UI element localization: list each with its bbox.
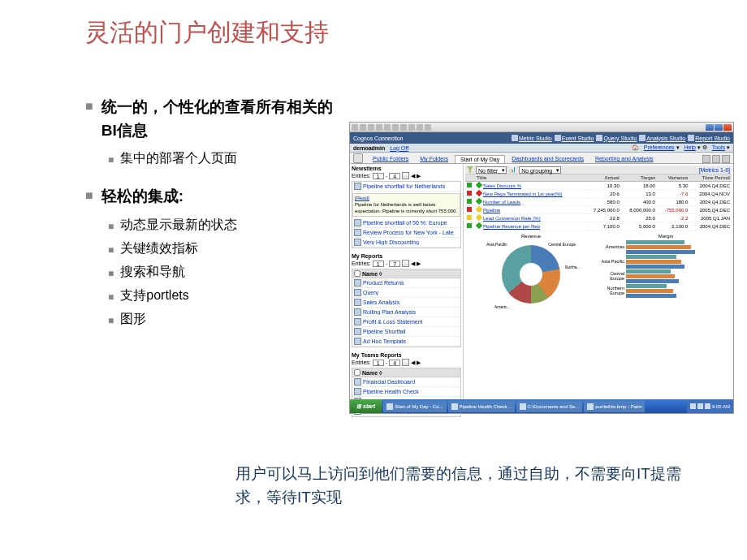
column-header[interactable]: Name ◊ [352, 368, 460, 377]
filter-icon[interactable] [467, 166, 473, 173]
select-all-checkbox[interactable] [354, 369, 361, 376]
history-icon[interactable] [408, 124, 415, 131]
stop-icon[interactable] [368, 124, 374, 131]
newsitem-row[interactable]: Very High Discounting [352, 238, 460, 248]
metrics-count: [Metrics 1-6] [698, 167, 730, 173]
tab-public-folders[interactable]: Public Folders [368, 155, 413, 163]
kpi-header[interactable]: Target [621, 174, 657, 182]
prev-page-icon[interactable]: ◀ [411, 360, 415, 366]
kpi-header[interactable]: Variance [657, 174, 689, 182]
tab-start-of-my-day[interactable]: Start of My Day [455, 155, 505, 163]
page-edit-icon[interactable] [712, 155, 720, 163]
read-link[interactable]: [Read] [355, 196, 369, 200]
mail-icon[interactable] [417, 124, 423, 131]
tab-home-icon[interactable] [353, 153, 363, 163]
clock: 9:05 AM [712, 404, 730, 409]
kpi-header[interactable]: Title [475, 174, 585, 182]
help-link[interactable]: Help [684, 144, 695, 150]
kpi-link[interactable]: Pipeline [483, 208, 500, 213]
filter-select[interactable]: No filter [476, 166, 507, 174]
group-icon[interactable]: 📊 [509, 166, 516, 173]
prev-page-icon[interactable]: ◀ [411, 261, 415, 267]
tray-icon[interactable] [697, 403, 703, 409]
go-button[interactable] [402, 260, 409, 267]
studio-link[interactable]: Metric Studio [512, 135, 552, 141]
studio-link[interactable]: Query Studio [596, 135, 637, 141]
next-page-icon[interactable]: ▶ [417, 360, 421, 366]
newsitem-row[interactable]: Pipeline shortfall for Netherlands [352, 182, 460, 192]
entries-from[interactable]: 1 [373, 360, 384, 366]
column-header[interactable]: Name ◊ [352, 269, 460, 278]
bar-segment [626, 255, 676, 259]
studio-link[interactable]: Report Studio [688, 135, 730, 141]
tab-dashboards-and-scorecards[interactable]: Dashboards and Scorecards [507, 155, 589, 163]
taskbar-item[interactable]: portlethts.bmp - Paint [584, 401, 645, 412]
report-row[interactable]: Sales Analysis [352, 298, 460, 308]
preferences-link[interactable]: Preferences [644, 144, 675, 150]
next-page-icon[interactable]: ▶ [417, 173, 421, 179]
go-button[interactable] [402, 359, 409, 366]
entries-from[interactable]: 1 [373, 173, 384, 179]
kpi-header[interactable] [465, 174, 475, 182]
search-icon[interactable] [392, 124, 399, 131]
close-button[interactable] [723, 124, 732, 131]
start-label: start [363, 403, 375, 409]
taskbar-item[interactable]: C:\Documents and Se... [516, 401, 583, 412]
report-row[interactable]: Profit & Loss Statement [352, 317, 460, 327]
minimize-button[interactable] [706, 124, 714, 131]
page-options-icon[interactable] [722, 155, 730, 163]
kpi-link[interactable]: Number of Leads [483, 200, 520, 205]
print-icon[interactable] [425, 124, 431, 131]
kpi-link[interactable]: New Reps Terminated in 1st year(%) [483, 192, 563, 196]
tab-reporting-and-analysis[interactable]: Reporting and Analysis [590, 155, 658, 163]
tray-icon[interactable] [705, 403, 710, 409]
taskbar-item[interactable]: Pipeline Health Check... [448, 401, 515, 412]
report-row[interactable]: Product Returns [352, 278, 460, 288]
newsitem-row[interactable]: Review Process for New York - Late [352, 228, 460, 238]
tab-my-folders[interactable]: My Folders [415, 155, 453, 163]
grouping-select[interactable]: No grouping [519, 166, 561, 174]
bar-segment [626, 279, 679, 283]
report-row[interactable]: Pipeline Health Check [352, 387, 460, 397]
report-row[interactable]: Rolling Plan Analysis [352, 308, 460, 317]
kpi-link[interactable]: Pipeline Revenue per Rep [483, 224, 540, 229]
entries-to[interactable]: 4 [389, 360, 400, 366]
next-page-icon[interactable]: ▶ [417, 261, 421, 267]
go-button[interactable] [402, 172, 409, 179]
gear-icon[interactable]: ⚙ [702, 144, 707, 150]
report-row[interactable]: Ad Hoc Template [352, 337, 460, 347]
windows-taskbar: ⊞ start Start of My Day - Co...Pipeline … [350, 399, 733, 413]
start-button[interactable]: ⊞ start [350, 399, 382, 413]
home-icon[interactable]: 🏠 [632, 144, 639, 150]
report-row[interactable]: Financial Dashboard [352, 377, 460, 387]
studio-link[interactable]: Analysis Studio [639, 135, 685, 141]
entries-from[interactable]: 1 [373, 261, 384, 267]
newsitems-toolbar: Entries: 1- 4 ◀ ▶ [352, 172, 461, 179]
report-row[interactable]: Query [352, 288, 460, 298]
kpi-header[interactable]: Time Period [689, 174, 732, 182]
maximize-button[interactable] [715, 124, 723, 131]
tray-icon[interactable] [690, 403, 696, 409]
prev-page-icon[interactable]: ◀ [411, 173, 415, 179]
studio-link[interactable]: Event Studio [555, 135, 594, 141]
favorites-icon[interactable] [400, 124, 407, 131]
logoff-link[interactable]: Log Off [390, 145, 408, 151]
refresh-icon[interactable] [376, 124, 382, 131]
back-icon[interactable] [352, 124, 358, 131]
report-row[interactable]: Pipeline Shortfall [352, 327, 460, 337]
user-bar: demoadmin Log Off 🏠 Preferences ▾ Help ▾… [350, 144, 733, 153]
entries-to[interactable]: 4 [389, 173, 400, 179]
kpi-header[interactable]: Actual [585, 174, 621, 182]
left-column: NewsItems Entries: 1- 4 ◀ ▶ Pipeline sho… [350, 164, 464, 399]
page-add-icon[interactable] [702, 155, 710, 163]
select-all-checkbox[interactable] [354, 270, 361, 277]
entries-to[interactable]: 7 [389, 261, 400, 267]
bullet-item: ■集中的部署个人页面 [108, 150, 337, 167]
home-icon[interactable] [384, 124, 391, 131]
forward-icon[interactable] [360, 124, 366, 131]
kpi-link[interactable]: Sales Discount % [483, 183, 521, 188]
newsitem-row[interactable]: Pipeline shortfall of 50 %: Europe [352, 218, 460, 228]
taskbar-item[interactable]: Start of My Day - Co... [383, 401, 446, 412]
tools-link[interactable]: Tools [712, 144, 725, 150]
kpi-link[interactable]: Lead Conversion Rate (%) [483, 216, 541, 221]
